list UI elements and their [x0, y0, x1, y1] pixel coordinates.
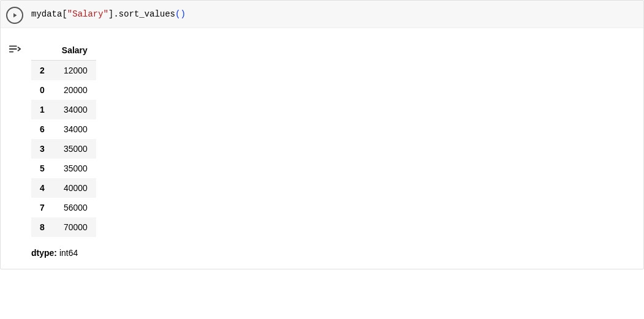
cell-value: 56000 [53, 198, 96, 217]
code-var: mydata [31, 9, 62, 19]
column-header-salary: Salary [53, 40, 96, 61]
table-body: 212000 020000 134000 634000 335000 53500… [31, 61, 96, 238]
row-index: 0 [31, 80, 53, 100]
row-index: 7 [31, 198, 53, 217]
cell-value: 12000 [53, 61, 96, 81]
row-index: 4 [31, 178, 53, 198]
table-row: 134000 [31, 100, 96, 119]
row-index: 8 [31, 217, 53, 237]
output-area: Salary 212000 020000 134000 634000 33500… [29, 28, 643, 269]
output-gutter [1, 28, 29, 269]
cell-value: 20000 [53, 80, 96, 100]
output-row: Salary 212000 020000 134000 634000 33500… [1, 28, 643, 269]
code-open-bracket: [ [62, 9, 67, 19]
row-index: 5 [31, 159, 53, 178]
row-index: 6 [31, 119, 53, 139]
play-icon [11, 12, 18, 19]
table-row: 020000 [31, 80, 96, 100]
table-row: 212000 [31, 61, 96, 81]
input-gutter [1, 1, 29, 28]
dtype-value: int64 [57, 248, 78, 258]
notebook-cell: mydata["Salary"].sort_values() Salary [0, 0, 644, 269]
code-parens: () [175, 9, 185, 19]
dtype-label: dtype: [31, 248, 57, 258]
cell-value: 34000 [53, 100, 96, 119]
table-row: 634000 [31, 119, 96, 139]
table-row: 756000 [31, 198, 96, 217]
cell-value: 35000 [53, 139, 96, 159]
row-index: 3 [31, 139, 53, 159]
cell-value: 35000 [53, 159, 96, 178]
code-method: sort_values [119, 9, 175, 19]
input-row: mydata["Salary"].sort_values() [1, 1, 643, 28]
table-row: 535000 [31, 159, 96, 178]
row-index: 1 [31, 100, 53, 119]
output-status-icon[interactable] [7, 42, 22, 56]
table-row: 440000 [31, 178, 96, 198]
code-editor[interactable]: mydata["Salary"].sort_values() [29, 1, 643, 28]
cell-value: 40000 [53, 178, 96, 198]
dtype-line: dtype: int64 [31, 248, 637, 258]
table-corner [31, 40, 53, 61]
table-row: 335000 [31, 139, 96, 159]
output-toggle-icon [8, 42, 21, 56]
table-header-row: Salary [31, 40, 96, 61]
code-key: "Salary" [67, 9, 108, 19]
table-row: 870000 [31, 217, 96, 237]
row-index: 2 [31, 61, 53, 81]
dataframe-table: Salary 212000 020000 134000 634000 33500… [31, 40, 96, 237]
run-button[interactable] [6, 7, 23, 24]
code-dot: . [113, 9, 118, 19]
cell-value: 34000 [53, 119, 96, 139]
cell-value: 70000 [53, 217, 96, 237]
